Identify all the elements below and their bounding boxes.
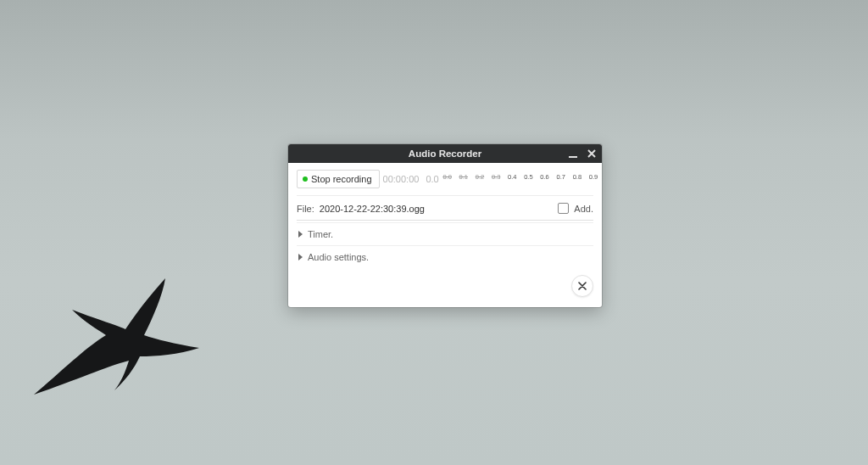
chevron-right-icon xyxy=(298,254,303,261)
window-content: Stop recording 00:00:00 0.0 0.00.10.20.3… xyxy=(288,163,602,307)
level-scale-tick: 0.9 xyxy=(589,173,598,181)
level-scale-tick: 0.7 xyxy=(556,173,565,181)
close-icon xyxy=(578,282,587,290)
wallpaper-eagle-silhouette xyxy=(25,272,212,416)
level-scale-tick: 0.4 xyxy=(508,173,516,181)
elapsed-time: 00:00:00 xyxy=(383,174,420,184)
level-scale-tick: 0.3 xyxy=(492,173,500,181)
recording-status-row: Stop recording 00:00:00 0.0 0.00.10.20.3… xyxy=(297,163,593,196)
svg-rect-0 xyxy=(569,156,577,158)
add-checkbox[interactable] xyxy=(558,203,569,214)
timer-expander[interactable]: Timer. xyxy=(297,222,593,245)
file-label: File: xyxy=(297,204,314,214)
add-label: Add. xyxy=(574,204,593,214)
audio-settings-expander-label: Audio settings. xyxy=(308,252,369,262)
file-divider xyxy=(297,220,593,221)
level-scale-tick: 0.5 xyxy=(524,173,532,181)
level-scale: 0.00.10.20.30.40.50.60.70.80.9 xyxy=(448,173,593,185)
level-scale-tick: 0.1 xyxy=(459,173,468,181)
stop-recording-button[interactable]: Stop recording xyxy=(297,170,380,188)
level-scale-tick: 0.6 xyxy=(540,173,548,181)
recording-indicator-icon xyxy=(303,176,308,182)
dismiss-button[interactable] xyxy=(571,275,593,297)
level-scale-tick: 0.2 xyxy=(476,173,484,181)
stop-recording-label: Stop recording xyxy=(311,174,372,184)
titlebar[interactable]: Audio Recorder xyxy=(288,144,602,163)
close-button[interactable] xyxy=(585,147,598,160)
level-current: 0.0 xyxy=(426,174,438,184)
timer-expander-label: Timer. xyxy=(308,229,333,239)
level-scale-tick: 0.8 xyxy=(573,173,581,181)
audio-recorder-window: Audio Recorder Stop recording 00:00:00 0… xyxy=(288,144,602,307)
chevron-right-icon xyxy=(298,231,303,238)
minimize-button[interactable] xyxy=(566,147,580,160)
window-title: Audio Recorder xyxy=(409,148,481,159)
bottom-bar xyxy=(297,268,593,302)
level-scale-tick: 0.0 xyxy=(442,173,451,181)
file-row: File: 2020-12-22-22:30:39.ogg Add. xyxy=(297,196,593,219)
file-name: 2020-12-22-22:30:39.ogg xyxy=(320,204,554,214)
audio-settings-expander[interactable]: Audio settings. xyxy=(297,245,593,268)
